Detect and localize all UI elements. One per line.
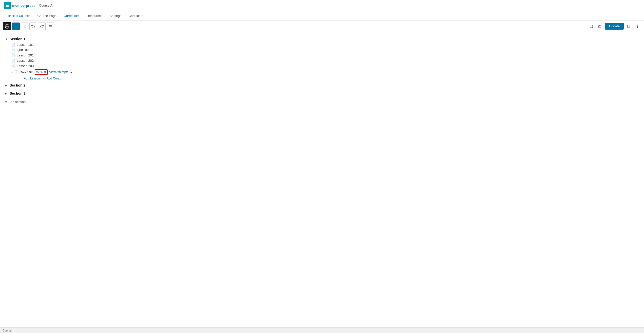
list-item: 📄 Lesson 203	[11, 63, 639, 69]
svg-rect-10	[628, 25, 630, 28]
course-name: Course A	[39, 4, 52, 7]
document-icon: 📄	[11, 59, 15, 63]
section-3-title: Section 3	[10, 91, 25, 95]
more-options-button[interactable]	[634, 23, 641, 30]
update-button[interactable]: Update	[605, 23, 624, 30]
tab-curriculum[interactable]: Curriculum	[61, 12, 83, 20]
section-3: ▶ Section 3	[5, 90, 639, 96]
document-icon: 📄	[11, 48, 15, 52]
pencil-icon	[23, 25, 26, 28]
focus-mode-button[interactable]	[588, 23, 595, 30]
edit-icon[interactable]: ✎	[40, 70, 43, 74]
section-2-expand-icon[interactable]: ▶	[5, 84, 8, 87]
svg-line-9	[600, 25, 601, 26]
svg-point-13	[637, 26, 638, 27]
svg-text:m: m	[6, 3, 9, 8]
tab-settings[interactable]: Settings	[106, 12, 124, 20]
quiz-102-name: Quiz 102	[20, 70, 33, 74]
section-1-collapse-icon[interactable]: ▼	[5, 38, 8, 40]
memberpress-text: memberpress	[12, 4, 35, 8]
add-section-label: Add section	[8, 100, 26, 104]
section-3-header[interactable]: ▶ Section 3	[5, 90, 639, 96]
add-lesson-link[interactable]: Add Lesson...	[24, 77, 42, 80]
list-item: 📄 Lesson 201	[11, 53, 639, 58]
lesson-name: Lesson 203	[17, 64, 34, 68]
nav-tabs: ← Back to Courses Course Page Curriculum…	[0, 11, 644, 21]
list-icon	[49, 25, 52, 28]
section-1: ▼ Section 1 📄 Lesson 101 📄 Quiz 101 📄 Le…	[5, 36, 639, 80]
document-icon: 📄	[11, 64, 15, 68]
section-1-lessons: 📄 Lesson 101 📄 Quiz 101 📄 Lesson 201 📄 L…	[11, 42, 639, 80]
section-2-header[interactable]: ▶ Section 2	[5, 82, 639, 88]
undo-button[interactable]	[29, 23, 37, 30]
redo-icon	[40, 25, 44, 28]
quiz-102-actions: 👁 ✎ ⚙ View Attempts ◄	[35, 69, 93, 75]
tab-resources[interactable]: Resources	[84, 12, 105, 20]
focus-mode-icon	[590, 25, 593, 28]
logo-area: m memberpress Course A	[4, 2, 52, 9]
section-1-header[interactable]: ▼ Section 1	[5, 36, 639, 42]
list-item: 📄 Lesson 202	[11, 58, 639, 63]
main-content: ▼ Section 1 📄 Lesson 101 📄 Quiz 101 📄 Le…	[0, 32, 644, 109]
section-2-title: Section 2	[10, 83, 25, 87]
add-section-plus-icon: +	[5, 99, 7, 104]
view-attempts-box: 👁 ✎ ⚙	[35, 69, 48, 75]
back-to-courses-link[interactable]: ← Back to Courses	[4, 14, 30, 18]
list-item: 📄 Quiz 101	[11, 47, 639, 53]
eye-icon[interactable]: 👁	[36, 70, 40, 74]
undo-icon	[31, 25, 35, 28]
add-lesson-row: Add Lesson... or Add Quiz...	[24, 77, 639, 80]
add-button[interactable]: +	[12, 23, 20, 30]
lesson-name: Quiz 101	[17, 48, 30, 52]
wordpress-icon	[5, 24, 9, 29]
wp-logo-box	[3, 22, 11, 30]
sidebar-toggle-button[interactable]	[625, 23, 632, 30]
section-1-title: Section 1	[10, 37, 25, 41]
section-3-expand-icon[interactable]: ▶	[5, 92, 8, 95]
annotation-arrow: ◄	[70, 71, 93, 74]
lesson-name: Lesson 201	[17, 53, 34, 57]
tab-certificate[interactable]: Certificate	[125, 12, 146, 20]
section-2: ▶ Section 2	[5, 82, 639, 88]
more-options-icon	[637, 24, 638, 28]
quiz-102-row: ⠿ 📄 Quiz 102 👁 ✎ ⚙ View Attempts ◄	[11, 69, 639, 76]
add-quiz-link[interactable]: Add Quiz...	[47, 77, 62, 80]
lesson-name: Lesson 101	[17, 43, 34, 47]
drag-handle-icon[interactable]: ⠿	[11, 70, 13, 74]
settings-icon[interactable]: ⚙	[44, 70, 46, 74]
lesson-name: Lesson 202	[17, 59, 34, 63]
svg-point-14	[637, 27, 638, 28]
sidebar-icon	[627, 25, 631, 28]
toolbar-right: Update	[588, 23, 641, 30]
tab-course-page[interactable]: Course Page	[34, 12, 60, 20]
add-or-text: or	[43, 77, 47, 80]
svg-rect-8	[590, 25, 593, 28]
document-icon: 📄	[11, 43, 15, 47]
toolbar: +	[0, 21, 644, 32]
top-bar: m memberpress Course A	[0, 0, 644, 11]
view-attempts-link[interactable]: View Attempts	[49, 70, 68, 74]
redo-button[interactable]	[38, 23, 46, 30]
preview-icon	[598, 25, 602, 28]
logo-link[interactable]: m memberpress	[4, 2, 35, 9]
toolbar-left: +	[3, 22, 54, 30]
preview-button[interactable]	[596, 23, 603, 30]
document-icon: 📄	[11, 53, 15, 57]
pencil-button[interactable]	[21, 23, 28, 30]
add-section[interactable]: + Add section	[5, 98, 639, 105]
list-item: 📄 Lesson 101	[11, 42, 639, 47]
svg-point-12	[637, 25, 638, 25]
list-view-button[interactable]	[47, 23, 54, 30]
memberpress-logo-icon: m	[4, 2, 11, 9]
document-icon: 📄	[14, 70, 18, 74]
